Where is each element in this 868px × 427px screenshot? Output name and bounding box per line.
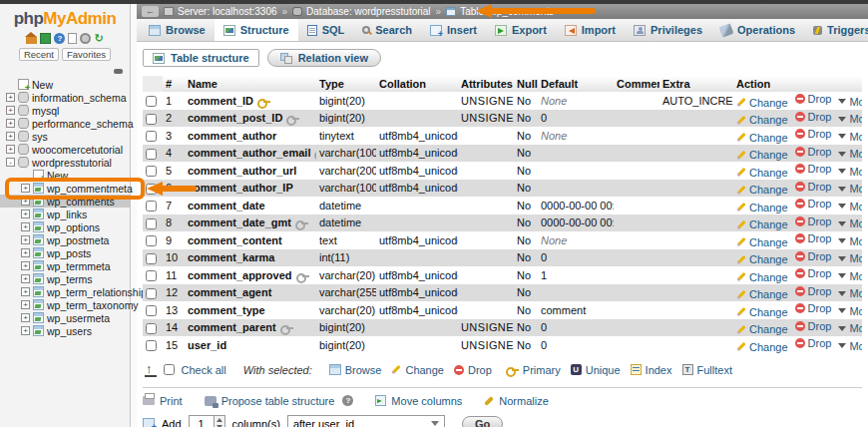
- with-selected-browse[interactable]: Browse: [329, 364, 382, 376]
- help-icon[interactable]: ?: [54, 33, 65, 44]
- more-action[interactable]: More: [838, 270, 862, 282]
- drop-action[interactable]: Drop: [795, 232, 832, 244]
- tab-sql[interactable]: SQL: [298, 19, 354, 41]
- tab-triggers[interactable]: Triggers: [804, 19, 868, 41]
- sidebar-item-wp-term-relationships[interactable]: +wp_term_relationships: [0, 285, 130, 298]
- sidebar-item-new[interactable]: New: [0, 169, 130, 182]
- tree-expander-icon[interactable]: +: [21, 248, 30, 257]
- tree-expander-icon[interactable]: +: [6, 132, 15, 141]
- sidebar-item-information-schema[interactable]: +information_schema: [0, 91, 130, 104]
- change-action[interactable]: Change: [736, 184, 788, 196]
- row-checkbox[interactable]: [146, 305, 157, 316]
- breadcrumb-segment[interactable]: Table: wp_comments: [446, 6, 554, 17]
- row-checkbox[interactable]: [146, 340, 157, 351]
- go-button[interactable]: Go: [462, 416, 503, 427]
- sidebar-item-wp-postmeta[interactable]: +wp_postmeta: [0, 233, 130, 246]
- row-checkbox[interactable]: [146, 96, 157, 107]
- tree-expander-icon[interactable]: +: [6, 119, 15, 128]
- tab-operations[interactable]: Operations: [711, 19, 804, 41]
- change-action[interactable]: Change: [736, 236, 788, 248]
- drop-action[interactable]: Drop: [795, 128, 832, 140]
- row-checkbox[interactable]: [146, 184, 157, 195]
- relation-view-button[interactable]: Relation view: [267, 49, 381, 67]
- more-action[interactable]: More: [838, 96, 862, 108]
- tab-import[interactable]: Import: [556, 19, 625, 41]
- tree-expander-icon[interactable]: -: [6, 158, 15, 167]
- sidebar-item-performance-schema[interactable]: +performance_schema: [0, 117, 130, 130]
- tree-expander-icon[interactable]: +: [21, 287, 30, 296]
- more-action[interactable]: More: [838, 235, 862, 247]
- sidebar-item-wp-links[interactable]: +wp_links: [0, 208, 130, 220]
- tree-expander-icon[interactable]: +: [21, 274, 30, 283]
- row-checkbox[interactable]: [146, 166, 157, 177]
- with-selected-unique[interactable]: Unique: [571, 364, 621, 376]
- sidebar-item-wp-comments[interactable]: +wp_comments: [0, 195, 130, 208]
- with-selected-index[interactable]: Index: [631, 364, 672, 376]
- panel-collapse-icon[interactable]: [114, 69, 123, 74]
- home-icon[interactable]: [26, 37, 37, 44]
- drop-action[interactable]: Drop: [795, 320, 832, 332]
- change-action[interactable]: Change: [736, 167, 788, 179]
- row-checkbox[interactable]: [146, 149, 157, 160]
- docs-icon[interactable]: [68, 33, 77, 44]
- tree-expander-icon[interactable]: +: [21, 261, 30, 270]
- sidebar-item-wp-usermeta[interactable]: +wp_usermeta: [0, 311, 130, 324]
- sidebar-item-new[interactable]: New: [0, 78, 130, 91]
- drop-action[interactable]: Drop: [795, 198, 832, 210]
- tree-expander-icon[interactable]: +: [21, 300, 30, 309]
- logout-icon[interactable]: [40, 33, 51, 44]
- settings-icon[interactable]: [80, 33, 91, 44]
- propose-structure-link[interactable]: Propose table structure ?: [205, 395, 354, 407]
- scroll-top-icon[interactable]: ↑: [145, 363, 157, 377]
- drop-action[interactable]: Drop: [795, 181, 832, 193]
- sidebar-item-wp-posts[interactable]: +wp_posts: [0, 246, 130, 259]
- sidebar-item-sys[interactable]: +sys: [0, 130, 130, 143]
- row-checkbox[interactable]: [146, 323, 157, 334]
- tab-structure[interactable]: Structure: [215, 19, 298, 41]
- change-action[interactable]: Change: [736, 341, 788, 353]
- change-action[interactable]: Change: [736, 218, 788, 230]
- tree-expander-icon[interactable]: +: [21, 235, 30, 244]
- drop-action[interactable]: Drop: [795, 215, 832, 227]
- sidebar-item-wp-term-taxonomy[interactable]: +wp_term_taxonomy: [0, 298, 130, 311]
- with-selected-fulltext[interactable]: Fulltext: [682, 364, 732, 376]
- drop-action[interactable]: Drop: [795, 250, 832, 262]
- tree-expander-icon[interactable]: +: [21, 313, 30, 322]
- change-action[interactable]: Change: [736, 288, 788, 300]
- more-action[interactable]: More: [838, 252, 862, 264]
- more-action[interactable]: More: [838, 183, 862, 195]
- sidebar-item-wp-terms[interactable]: +wp_terms: [0, 272, 130, 285]
- reload-icon[interactable]: ↻: [94, 33, 103, 44]
- tree-expander-icon[interactable]: +: [21, 197, 30, 206]
- sidebar-item-wp-commentmeta[interactable]: +wp_commentmeta: [0, 182, 130, 195]
- change-action[interactable]: Change: [736, 114, 788, 126]
- tree-expander-icon[interactable]: +: [21, 326, 30, 335]
- more-action[interactable]: More: [838, 305, 862, 317]
- drop-action[interactable]: Drop: [795, 302, 832, 314]
- tab-browse[interactable]: Browse: [140, 19, 215, 41]
- row-checkbox[interactable]: [146, 253, 157, 264]
- sidebar-item-wordpresstutorial[interactable]: -wordpresstutorial: [0, 156, 130, 169]
- sidebar-item-mysql[interactable]: +mysql: [0, 104, 130, 117]
- row-checkbox[interactable]: [146, 218, 157, 229]
- tree-expander-icon[interactable]: +: [6, 106, 15, 115]
- more-action[interactable]: More: [838, 113, 862, 125]
- position-select[interactable]: after user_id: [287, 415, 445, 427]
- table-structure-button[interactable]: Table structure: [143, 49, 259, 67]
- breadcrumb-segment[interactable]: Server: localhost:3306: [164, 6, 277, 17]
- more-action[interactable]: More: [838, 217, 862, 229]
- tree-expander-icon[interactable]: +: [21, 222, 30, 231]
- move-columns-link[interactable]: Move columns: [375, 395, 462, 407]
- recent-button[interactable]: Recent: [19, 48, 59, 61]
- more-action[interactable]: More: [838, 340, 862, 352]
- row-checkbox[interactable]: [146, 288, 157, 299]
- drop-action[interactable]: Drop: [795, 267, 832, 279]
- add-count-stepper[interactable]: [215, 415, 225, 427]
- tree-expander-icon[interactable]: +: [6, 145, 15, 154]
- row-checkbox[interactable]: [146, 201, 157, 212]
- drop-action[interactable]: Drop: [795, 146, 832, 158]
- check-all-checkbox[interactable]: [164, 364, 175, 375]
- more-action[interactable]: More: [838, 131, 862, 143]
- breadcrumb-segment[interactable]: Database: wordpresstutorial: [292, 6, 431, 17]
- row-checkbox[interactable]: [146, 270, 157, 281]
